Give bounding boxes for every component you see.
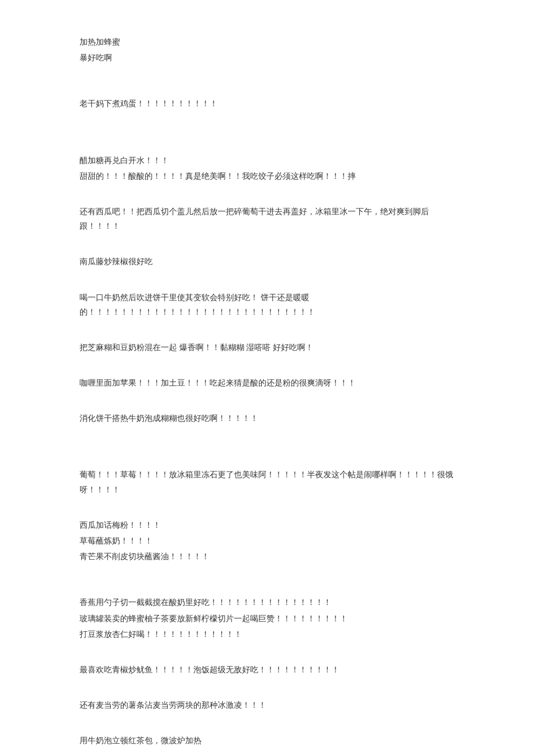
- block-15: 用牛奶泡立顿红茶包，微波炉加热: [80, 733, 454, 748]
- line: 甜甜的！！！酸酸的！！！！真是绝美啊！！我吃饺子必须这样吃啊！！！摔: [80, 169, 454, 183]
- block-6: 喝一口牛奶然后吹进饼干里使其变软会特别好吃！ 饼干还是暖暖的！！！！！！！！！！…: [80, 290, 454, 319]
- line: 打豆浆放杏仁好喝！！！！！！！！！！！！: [80, 627, 454, 642]
- line: 还有麦当劳的薯条沾麦当劳两块的那种冰激凌！！！: [80, 698, 454, 712]
- line: 把芝麻糊和豆奶粉混在一起 爆香啊！！黏糊糊 湿嗒嗒 好好吃啊！: [80, 340, 454, 355]
- line: 香蕉用勺子切一截截搅在酸奶里好吃！！！！！！！！！！！！！！！: [80, 595, 454, 610]
- line: 南瓜藤炒辣椒很好吃: [80, 254, 454, 269]
- line: 葡萄！！！草莓！！！！放冰箱里冻石更了也美味阿！！！！！半夜发这个帖是闹哪样啊！…: [80, 467, 454, 496]
- block-8: 咖喱里面加苹果！！！加土豆！！！吃起来猜是酸的还是粉的很爽滴呀！！！: [80, 376, 454, 390]
- line: 西瓜加话梅粉！！！！: [80, 518, 454, 532]
- main-content: 加热加蜂蜜 暴好吃啊 老干妈下煮鸡蛋！！！！！！！！！！ 醋加糖再兑白开水！！！…: [80, 35, 454, 756]
- line: 喝一口牛奶然后吹进饼干里使其变软会特别好吃！ 饼干还是暖暖的！！！！！！！！！！…: [80, 290, 454, 319]
- block-13: 最喜欢吃青椒炒鱿鱼！！！！！泡饭超级无敌好吃！！！！！！！！！！: [80, 663, 454, 677]
- line: 用牛奶泡立顿红茶包，微波炉加热: [80, 733, 454, 748]
- block-7: 把芝麻糊和豆奶粉混在一起 爆香啊！！黏糊糊 湿嗒嗒 好好吃啊！: [80, 340, 454, 355]
- line: 消化饼干搭热牛奶泡成糊糊也很好吃啊！！！！！: [80, 411, 454, 426]
- line: 醋加糖再兑白开水！！！: [80, 153, 454, 168]
- line: 暴好吃啊: [80, 51, 454, 65]
- block-1: 加热加蜂蜜 暴好吃啊: [80, 35, 454, 65]
- block-5: 南瓜藤炒辣椒很好吃: [80, 254, 454, 269]
- line: 老干妈下煮鸡蛋！！！！！！！！！！: [80, 96, 454, 111]
- line: 加热加蜂蜜: [80, 35, 454, 49]
- line: 草莓蘸炼奶！！！！: [80, 534, 454, 548]
- block-14: 还有麦当劳的薯条沾麦当劳两块的那种冰激凌！！！: [80, 698, 454, 712]
- block-11: 西瓜加话梅粉！！！！ 草莓蘸炼奶！！！！ 青芒果不削皮切块蘸酱油！！！！！: [80, 518, 454, 564]
- block-10: 葡萄！！！草莓！！！！放冰箱里冻石更了也美味阿！！！！！半夜发这个帖是闹哪样啊！…: [80, 467, 454, 496]
- block-9: 消化饼干搭热牛奶泡成糊糊也很好吃啊！！！！！: [80, 411, 454, 426]
- block-4: 还有西瓜吧！！把西瓜切个盖儿然后放一把碎葡萄干进去再盖好，冰箱里冰一下午，绝对爽…: [80, 204, 454, 233]
- block-12: 香蕉用勺子切一截截搅在酸奶里好吃！！！！！！！！！！！！！！！ 玻璃罐装卖的蜂蜜…: [80, 595, 454, 642]
- line: 玻璃罐装卖的蜂蜜柚子茶要放新鲜柠檬切片一起喝巨赞！！！！！！！！！: [80, 611, 454, 626]
- line: 最喜欢吃青椒炒鱿鱼！！！！！泡饭超级无敌好吃！！！！！！！！！！: [80, 663, 454, 677]
- line: 咖喱里面加苹果！！！加土豆！！！吃起来猜是酸的还是粉的很爽滴呀！！！: [80, 376, 454, 390]
- block-2: 老干妈下煮鸡蛋！！！！！！！！！！: [80, 96, 454, 111]
- line: 还有西瓜吧！！把西瓜切个盖儿然后放一把碎葡萄干进去再盖好，冰箱里冰一下午，绝对爽…: [80, 204, 454, 233]
- line: 青芒果不削皮切块蘸酱油！！！！！: [80, 549, 454, 564]
- block-3: 醋加糖再兑白开水！！！ 甜甜的！！！酸酸的！！！！真是绝美啊！！我吃饺子必须这样…: [80, 153, 454, 183]
